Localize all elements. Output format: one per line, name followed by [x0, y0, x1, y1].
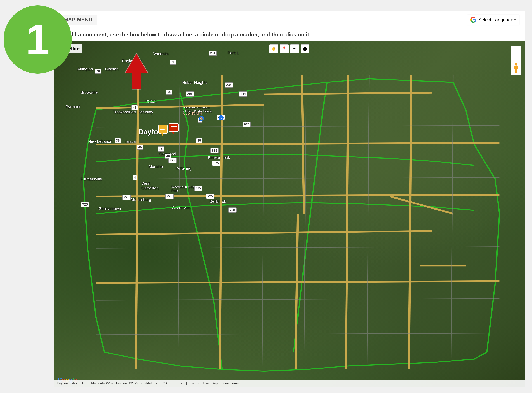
svg-line-3 — [296, 214, 298, 369]
circle-tool-button[interactable]: ⬤ — [301, 44, 309, 53]
svg-line-15 — [96, 126, 499, 127]
red-chat-marker — [169, 123, 179, 135]
svg-line-20 — [178, 75, 180, 369]
route-675-north: 675 — [243, 122, 251, 127]
scale-bar — [171, 383, 182, 384]
svg-line-21 — [262, 75, 264, 369]
svg-line-2 — [302, 75, 304, 214]
route-725-sw: 725 — [81, 202, 89, 207]
svg-line-18 — [96, 299, 499, 300]
route-35-mid: 35 — [137, 145, 143, 150]
svg-line-16 — [96, 177, 499, 179]
main-panel: MAP MENU Select Language To add a commen… — [54, 11, 525, 386]
route-49: 49 — [131, 105, 138, 110]
poi-marker-1: 🏠 — [199, 116, 204, 121]
svg-rect-29 — [160, 129, 165, 130]
svg-rect-33 — [171, 128, 176, 128]
instruction-bar: To add a comment, use the box below to d… — [54, 29, 525, 41]
yellow-chat-marker — [158, 125, 169, 137]
route-35-east: 35 — [196, 138, 202, 143]
report-error-link[interactable]: Report a map error — [212, 382, 239, 385]
scale-unit: | — [182, 382, 183, 385]
svg-line-5 — [264, 231, 432, 233]
separator-2: | — [160, 382, 160, 385]
map-data-text: Map data ©2022 Imagery ©2022 TerraMetric… — [91, 382, 157, 385]
svg-line-11 — [96, 281, 499, 283]
svg-rect-36 — [514, 66, 515, 69]
svg-line-14 — [409, 75, 411, 369]
select-language-button[interactable]: Select Language — [467, 15, 519, 25]
svg-line-4 — [96, 233, 264, 235]
svg-rect-30 — [169, 123, 178, 132]
svg-line-19 — [96, 333, 499, 335]
svg-marker-27 — [161, 133, 163, 137]
scale-label: 2 km — [163, 382, 170, 385]
zoom-in-button[interactable]: + — [511, 46, 521, 56]
svg-line-22 — [304, 75, 306, 369]
svg-rect-38 — [515, 70, 516, 73]
route-725-mid: 725 — [166, 194, 174, 199]
select-language-text: Select Language — [478, 17, 513, 23]
step-number-badge: 1 — [4, 5, 72, 74]
route-675-mid: 675 — [212, 161, 220, 166]
route-725-west: 725 — [122, 195, 131, 200]
top-bar: MAP MENU Select Language — [54, 11, 525, 29]
route-725-se: 725 — [228, 207, 236, 213]
svg-rect-32 — [171, 126, 177, 127]
svg-line-10 — [96, 195, 499, 196]
terms-of-use-link[interactable]: Terms of Use — [190, 382, 209, 385]
instruction-text: To add a comment, use the box below to d… — [59, 32, 309, 38]
dropdown-arrow-icon — [513, 19, 516, 21]
map-toolbar: ✋ 📍 〜 ⬤ — [269, 44, 309, 53]
route-75-north: 75 — [166, 90, 173, 95]
svg-marker-31 — [171, 132, 174, 135]
route-235: 235 — [225, 82, 233, 88]
svg-line-24 — [451, 75, 453, 369]
red-arrow-marker — [124, 52, 149, 93]
pan-tool-button[interactable]: ✋ — [269, 44, 278, 53]
svg-rect-26 — [158, 125, 168, 133]
route-835: 835 — [210, 148, 219, 153]
separator-1: | — [87, 382, 88, 385]
route-35-west: 35 — [115, 138, 121, 143]
map-scale: 2 km | — [163, 382, 183, 385]
marker-tool-button[interactable]: 📍 — [280, 44, 289, 53]
street-view-pegman[interactable] — [511, 60, 521, 75]
google-logo-icon — [470, 16, 477, 23]
step-number: 1 — [26, 18, 49, 61]
poi-marker-2: ℹ — [219, 115, 224, 120]
pegman-icon — [513, 62, 520, 73]
svg-marker-25 — [125, 53, 148, 89]
route-725-east: 725 — [206, 194, 214, 199]
svg-rect-28 — [160, 128, 166, 128]
route-4-south: 4 — [133, 175, 137, 180]
svg-line-9 — [136, 75, 138, 369]
svg-point-34 — [515, 63, 518, 65]
route-201-top: 201 — [209, 51, 217, 56]
map-container[interactable]: Satellite ✋ 📍 〜 ⬤ Vandalia Englewood Arl… — [54, 41, 525, 387]
separator-3: | — [186, 382, 187, 385]
route-201-mid: 201 — [186, 91, 194, 97]
route-70-west: 70 — [95, 69, 101, 74]
svg-line-12 — [96, 143, 499, 145]
map-bottom-bar: Keyboard shortcuts | Map data ©2022 Imag… — [54, 380, 525, 387]
svg-line-23 — [367, 75, 369, 369]
svg-rect-39 — [516, 70, 518, 73]
route-75-south: 75 — [158, 146, 164, 152]
svg-rect-37 — [517, 66, 518, 69]
route-70-east: 70 — [170, 60, 176, 65]
line-tool-button[interactable]: 〜 — [290, 44, 299, 53]
route-675-south: 675 — [194, 186, 202, 191]
svg-line-13 — [346, 75, 348, 369]
route-444-ne: 444 — [239, 91, 247, 97]
route-725-top-mid: 725 — [168, 158, 177, 163]
keyboard-shortcuts-link[interactable]: Keyboard shortcuts — [57, 382, 85, 385]
